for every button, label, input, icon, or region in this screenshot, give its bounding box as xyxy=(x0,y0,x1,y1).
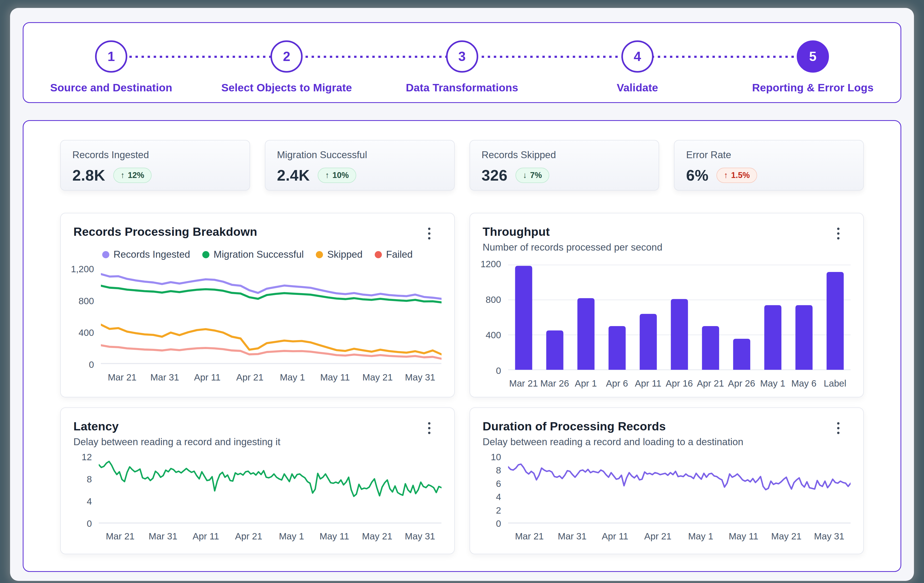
axis-tick-label: May 11 xyxy=(320,531,349,542)
chart-title: Records Processing Breakdown xyxy=(73,225,257,239)
legend-label: Migration Successful xyxy=(214,249,304,260)
kpi-delta-badge: ↑ 1.5% xyxy=(716,168,757,183)
axis-tick-label: Mar 21 xyxy=(515,531,544,542)
axis-tick-label: Apr 21 xyxy=(236,372,264,382)
kpi-delta-badge: ↓ 7% xyxy=(515,168,549,183)
kpi-title: Records Ingested xyxy=(73,150,238,161)
chart-card-records-processing-breakdown: Records Processing Breakdown Records Ing… xyxy=(60,213,455,397)
step-number: 4 xyxy=(634,49,641,64)
axis-tick-label: 800 xyxy=(486,295,501,305)
chart-title: Duration of Processing Records xyxy=(483,420,743,433)
chart-subtitle: Number of records processed per second xyxy=(483,242,663,253)
kpi-value: 2.8K xyxy=(73,166,106,184)
axis-tick-label: Apr 21 xyxy=(697,378,724,389)
axis-tick-label: Apr 11 xyxy=(635,378,662,389)
y-axis: 1086420 xyxy=(483,456,508,525)
y-axis: 1,2008004000 xyxy=(73,267,101,366)
kebab-menu-icon[interactable] xyxy=(833,225,843,242)
kpi-delta: 7% xyxy=(530,171,542,180)
step-source-and-destination[interactable]: 1 Source and Destination xyxy=(23,23,199,102)
step-label: Source and Destination xyxy=(50,82,172,94)
axis-tick-label: 8 xyxy=(496,465,501,476)
app-canvas: 1 Source and Destination 2 Select Object… xyxy=(10,8,914,581)
step-label: Validate xyxy=(617,82,658,94)
axis-tick-label: Apr 11 xyxy=(193,531,219,542)
axis-tick-label: May 21 xyxy=(362,531,393,542)
x-axis: Mar 21Mar 31Apr 11Apr 21May 1May 11May 2… xyxy=(101,366,442,385)
axis-tick-label: 0 xyxy=(496,366,501,376)
axis-tick-label: Apr 6 xyxy=(606,378,628,389)
axis-tick-label: 2 xyxy=(496,505,501,515)
axis-tick-label: 4 xyxy=(496,492,501,502)
axis-tick-label: May 11 xyxy=(729,531,758,542)
trend-up-icon: ↑ xyxy=(121,171,125,180)
step-4-circle[interactable]: 4 xyxy=(621,40,653,72)
step-reporting-and-error-logs[interactable]: 5 Reporting & Error Logs xyxy=(725,23,901,102)
axis-tick-label: 0 xyxy=(87,518,92,529)
kpi-value: 6% xyxy=(686,166,708,184)
y-axis: 12840 xyxy=(73,456,99,525)
step-select-objects-to-migrate[interactable]: 2 Select Objects to Migrate xyxy=(199,23,374,102)
axis-tick-label: May 1 xyxy=(760,378,785,389)
chart-card-duration: Duration of Processing Records Delay bet… xyxy=(470,407,864,554)
legend-item-records-ingested: Records Ingested xyxy=(102,249,190,260)
kebab-menu-icon[interactable] xyxy=(424,225,434,242)
axis-tick-label: Mar 31 xyxy=(558,531,586,542)
bar-chart-throughput xyxy=(508,262,851,372)
kpi-row: Records Ingested 2.8K ↑ 12% Migration Su… xyxy=(60,140,864,191)
axis-tick-label: May 11 xyxy=(320,372,350,382)
axis-tick-label: May 31 xyxy=(405,531,435,542)
chart-title: Latency xyxy=(73,420,280,433)
dashboard-screen: 1 Source and Destination 2 Select Object… xyxy=(0,0,924,583)
axis-tick-label: 400 xyxy=(486,330,501,340)
step-1-circle[interactable]: 1 xyxy=(95,40,127,72)
legend-dot-failed xyxy=(375,251,382,258)
kpi-card-records-skipped: Records Skipped 326 ↓ 7% xyxy=(470,140,659,191)
chart-legend: Records Ingested Migration Successful Sk… xyxy=(73,249,442,260)
step-5-circle-active[interactable]: 5 xyxy=(797,40,829,72)
line-chart-latency xyxy=(99,456,442,525)
axis-tick-label: Apr 11 xyxy=(602,531,629,542)
axis-tick-label: Mar 31 xyxy=(150,372,179,382)
axis-tick-label: 0 xyxy=(496,518,501,529)
axis-tick-label: 8 xyxy=(87,474,92,484)
migration-stepper: 1 Source and Destination 2 Select Object… xyxy=(23,22,901,103)
axis-tick-label: May 1 xyxy=(688,531,713,542)
chart-subtitle: Delay between reading a record and loadi… xyxy=(483,436,743,448)
kpi-title: Error Rate xyxy=(686,150,851,161)
axis-tick-label: 4 xyxy=(87,496,92,507)
legend-dot-records-ingested xyxy=(102,251,109,258)
legend-label: Failed xyxy=(386,249,413,260)
step-label: Data Transformations xyxy=(406,82,518,94)
legend-item-skipped: Skipped xyxy=(316,249,363,260)
trend-up-icon: ↑ xyxy=(325,171,329,180)
kebab-menu-icon[interactable] xyxy=(833,420,843,437)
axis-tick-label: Apr 1 xyxy=(575,378,597,389)
kebab-menu-icon[interactable] xyxy=(424,420,434,437)
legend-item-failed: Failed xyxy=(375,249,413,260)
axis-tick-label: 1,200 xyxy=(71,264,94,274)
axis-tick-label: Mar 26 xyxy=(540,378,569,389)
step-validate[interactable]: 4 Validate xyxy=(550,23,725,102)
step-number: 5 xyxy=(809,49,817,64)
chart-title: Throughput xyxy=(483,225,663,239)
legend-item-migration-successful: Migration Successful xyxy=(202,249,304,260)
axis-tick-label: 400 xyxy=(79,328,94,338)
step-3-circle[interactable]: 3 xyxy=(446,40,478,72)
axis-tick-label: Apr 21 xyxy=(235,531,262,542)
axis-tick-label: Label xyxy=(823,378,846,389)
step-data-transformations[interactable]: 3 Data Transformations xyxy=(374,23,549,102)
legend-label: Skipped xyxy=(327,249,363,260)
step-2-circle[interactable]: 2 xyxy=(271,40,303,72)
axis-tick-label: May 31 xyxy=(814,531,845,542)
line-chart-duration xyxy=(508,456,851,525)
chart-card-throughput: Throughput Number of records processed p… xyxy=(470,213,864,397)
y-axis: 12008004000 xyxy=(483,262,508,372)
legend-label: Records Ingested xyxy=(114,249,190,260)
axis-tick-label: May 21 xyxy=(771,531,802,542)
axis-tick-label: 12 xyxy=(82,452,92,462)
axis-tick-label: May 31 xyxy=(405,372,436,382)
axis-tick-label: Apr 16 xyxy=(666,378,693,389)
kpi-delta-badge: ↑ 10% xyxy=(318,168,356,183)
kpi-value: 2.4K xyxy=(277,166,310,184)
